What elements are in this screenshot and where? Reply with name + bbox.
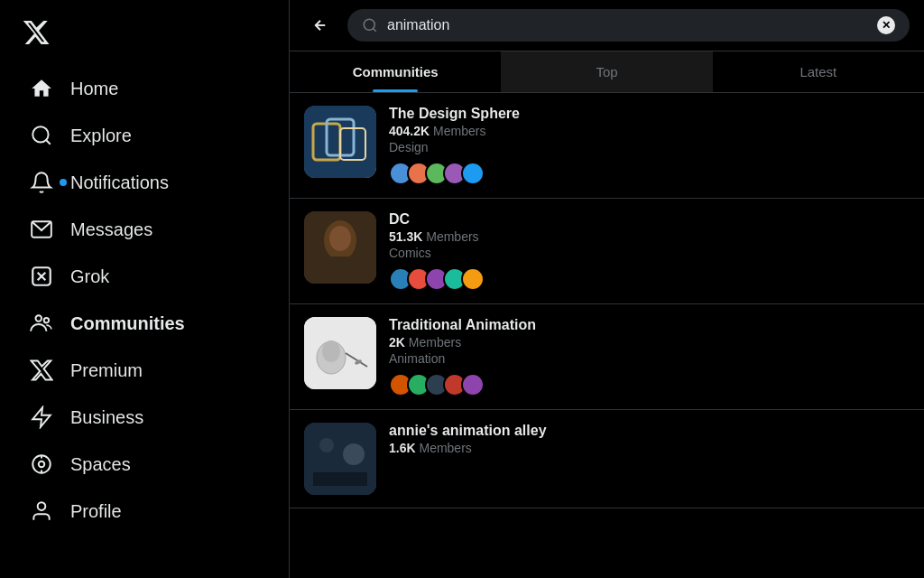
table-row[interactable]: annie's animation alley 1.6K Members (290, 410, 924, 508)
table-row[interactable]: Traditional Animation 2K Members Animati… (290, 304, 924, 410)
sidebar-item-label: Communities (70, 313, 185, 334)
tab-latest[interactable]: Latest (713, 51, 924, 92)
sidebar-item-business[interactable]: Business (14, 394, 274, 441)
bell-icon (29, 170, 54, 195)
alley-thumb (304, 423, 376, 495)
dc-thumb (304, 211, 376, 284)
home-icon (29, 76, 54, 101)
svg-point-30 (319, 438, 334, 452)
anim-thumb (304, 317, 376, 389)
sidebar-item-grok[interactable]: Grok (14, 253, 274, 300)
sidebar-item-label: Home (70, 79, 118, 99)
notification-dot (60, 179, 67, 186)
svg-point-31 (343, 443, 365, 465)
avatar (461, 267, 485, 291)
svg-rect-23 (324, 256, 356, 275)
sidebar-item-label: Notifications (70, 172, 169, 193)
community-info: Traditional Animation 2K Members Animati… (389, 317, 910, 396)
community-thumbnail (304, 317, 376, 389)
search-clear-button[interactable]: ✕ (877, 16, 895, 34)
community-tag: Animation (389, 351, 910, 366)
community-info: annie's animation alley 1.6K Members (389, 423, 910, 455)
results-list: The Design Sphere 404.2K Members Design (290, 93, 924, 578)
community-info: DC 51.3K Members Comics (389, 211, 910, 291)
community-tag: Comics (389, 246, 910, 260)
sidebar-item-profile[interactable]: Profile (14, 488, 274, 535)
community-tag: Design (389, 140, 910, 154)
sidebar-item-communities[interactable]: Communities (14, 300, 274, 347)
sidebar-item-notifications[interactable]: Notifications (14, 159, 274, 206)
community-avatars (389, 162, 910, 185)
search-query: animation (387, 17, 868, 33)
table-row[interactable]: The Design Sphere 404.2K Members Design (290, 93, 924, 199)
community-name: annie's animation alley (389, 423, 910, 439)
x-logo-icon (22, 18, 51, 47)
back-button[interactable] (304, 9, 337, 42)
svg-line-15 (373, 28, 375, 31)
community-members: 51.3K Members (389, 229, 910, 244)
avatar (461, 373, 485, 396)
sidebar-item-label: Spaces (70, 454, 131, 475)
community-members: 1.6K Members (389, 441, 910, 455)
svg-line-1 (46, 140, 51, 144)
sidebar: Home Explore Notifications Messages Grok (0, 0, 289, 578)
sidebar-item-premium[interactable]: Premium (14, 347, 274, 394)
search-bar[interactable]: animation ✕ (347, 9, 910, 42)
tabs: Communities Top Latest (290, 51, 924, 93)
sidebar-item-home[interactable]: Home (14, 65, 274, 112)
sidebar-item-label: Messages (70, 219, 152, 240)
main-content: animation ✕ Communities Top Latest (289, 0, 924, 578)
premium-icon (29, 358, 54, 383)
sidebar-item-label: Grok (70, 266, 109, 287)
spaces-icon (29, 452, 54, 477)
sidebar-item-label: Business (70, 407, 143, 428)
svg-point-6 (36, 315, 42, 322)
profile-icon (29, 499, 54, 524)
sidebar-item-label: Premium (70, 360, 143, 381)
lightning-icon (29, 405, 54, 430)
avatar (461, 162, 485, 185)
community-members: 404.2K Members (389, 124, 910, 138)
community-avatars (389, 267, 910, 291)
table-row[interactable]: DC 51.3K Members Comics (290, 199, 924, 304)
svg-point-14 (364, 19, 374, 30)
svg-point-0 (32, 126, 48, 142)
mail-icon (29, 217, 54, 242)
grok-icon (29, 264, 54, 289)
svg-point-26 (322, 340, 340, 362)
community-name: Traditional Animation (389, 317, 910, 333)
svg-point-7 (44, 318, 49, 322)
sidebar-item-explore[interactable]: Explore (14, 112, 274, 159)
communities-icon (29, 311, 54, 336)
tab-top[interactable]: Top (501, 51, 712, 92)
search-icon (362, 17, 378, 33)
community-thumbnail (304, 211, 376, 284)
design-sphere-thumb (304, 106, 376, 178)
community-name: DC (389, 211, 910, 228)
search-header: animation ✕ (290, 0, 924, 51)
sidebar-item-messages[interactable]: Messages (14, 206, 274, 253)
community-thumbnail (304, 106, 376, 178)
community-thumbnail (304, 423, 376, 495)
sidebar-item-label: Profile (70, 501, 122, 522)
community-info: The Design Sphere 404.2K Members Design (389, 106, 910, 185)
explore-icon (29, 123, 54, 148)
community-members: 2K Members (389, 335, 910, 350)
tab-communities[interactable]: Communities (290, 51, 501, 92)
community-name: The Design Sphere (389, 106, 910, 122)
community-avatars (389, 373, 910, 396)
svg-rect-32 (313, 472, 367, 486)
svg-point-9 (39, 461, 45, 468)
svg-point-22 (329, 226, 351, 251)
sidebar-item-label: Explore (70, 126, 132, 146)
svg-point-12 (38, 502, 46, 510)
logo[interactable] (14, 7, 274, 65)
sidebar-item-spaces[interactable]: Spaces (14, 441, 274, 488)
